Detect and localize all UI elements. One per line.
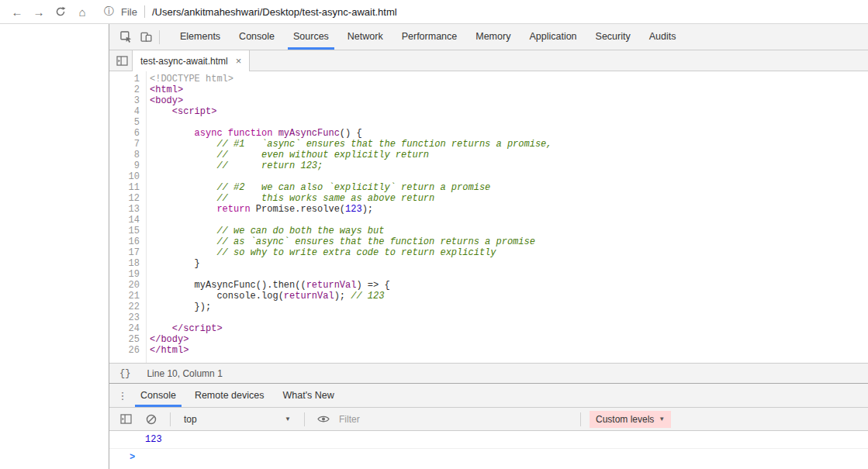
code-line[interactable]: 5 <box>109 117 868 128</box>
code-line[interactable]: 3<body> <box>109 95 868 106</box>
line-number[interactable]: 19 <box>109 269 146 280</box>
device-toolbar-icon <box>140 31 152 43</box>
code-lines: 1<!DOCTYPE html>2<html>3<body>4 <script>… <box>109 74 868 356</box>
live-expression-button[interactable] <box>313 409 334 429</box>
line-number[interactable]: 4 <box>109 106 146 117</box>
line-number[interactable]: 26 <box>109 345 146 356</box>
line-number[interactable]: 9 <box>109 160 146 171</box>
tab-elements[interactable]: Elements <box>171 24 230 50</box>
line-number[interactable]: 21 <box>109 291 146 302</box>
code-line[interactable]: 15 // we can do both the ways but <box>109 226 868 236</box>
tab-console[interactable]: Console <box>230 24 284 50</box>
code-line[interactable]: 1<!DOCTYPE html> <box>109 74 868 84</box>
line-number[interactable]: 24 <box>109 323 146 334</box>
tab-sources[interactable]: Sources <box>284 24 338 50</box>
console-message: 123 <box>109 431 868 449</box>
clear-console-icon <box>146 414 157 425</box>
code-line[interactable]: 20 myAsyncFunc().then((returnVal) => { <box>109 280 868 291</box>
code-line[interactable]: 8 // even without explicitly return <box>109 150 868 160</box>
console-sidebar-button[interactable] <box>116 409 136 429</box>
code-line[interactable]: 25</body> <box>109 334 868 345</box>
back-button[interactable]: ← <box>6 1 28 22</box>
code-line[interactable]: 10 <box>109 171 868 182</box>
code-line[interactable]: 19 <box>109 269 868 280</box>
code-editor[interactable]: 1<!DOCTYPE html>2<html>3<body>4 <script>… <box>109 71 868 363</box>
code-text: myAsyncFunc().then((returnVal) => { <box>146 280 390 291</box>
code-line[interactable]: 26</html> <box>109 345 868 356</box>
code-line[interactable]: 14 <box>109 215 868 226</box>
code-line[interactable]: 6 async function myAsyncFunc() { <box>109 128 868 139</box>
levels-label: Custom levels <box>596 414 654 425</box>
line-number[interactable]: 3 <box>109 95 146 106</box>
context-label: top <box>184 414 197 425</box>
toolbar-divider <box>304 412 305 426</box>
line-number[interactable]: 11 <box>109 182 146 193</box>
line-number[interactable]: 13 <box>109 204 146 215</box>
line-number[interactable]: 10 <box>109 171 146 182</box>
code-text: // #2 we can also `explicitly` return a … <box>146 182 490 193</box>
home-button[interactable]: ⌂ <box>71 1 93 22</box>
inspect-element-icon <box>120 31 132 43</box>
tab-memory[interactable]: Memory <box>466 24 520 50</box>
line-number[interactable]: 8 <box>109 150 146 160</box>
drawer-tab-console[interactable]: Console <box>131 384 185 407</box>
console-levels-filter[interactable]: Custom levels ▼ <box>590 411 671 428</box>
drawer-menu-icon[interactable]: ⋮ <box>114 390 131 402</box>
code-line[interactable]: 22 }); <box>109 302 868 312</box>
console-filter-input[interactable] <box>339 414 572 425</box>
console-prompt[interactable]: > <box>109 449 868 466</box>
code-line[interactable]: 13 return Promise.resolve(123); <box>109 204 868 215</box>
line-number[interactable]: 25 <box>109 334 146 345</box>
inspect-element-button[interactable] <box>116 27 136 47</box>
line-number[interactable]: 20 <box>109 280 146 291</box>
console-toolbar: top ▼ Custom levels ▼ <box>109 408 868 431</box>
code-text: console.log(returnVal); // 123 <box>146 291 384 302</box>
line-number[interactable]: 18 <box>109 258 146 269</box>
code-line[interactable]: 11 // #2 we can also `explicitly` return… <box>109 182 868 193</box>
code-line[interactable]: 21 console.log(returnVal); // 123 <box>109 291 868 302</box>
code-line[interactable]: 4 <script> <box>109 106 868 117</box>
line-number[interactable]: 6 <box>109 128 146 139</box>
navigator-toggle-button[interactable] <box>112 50 132 71</box>
line-number[interactable]: 15 <box>109 226 146 236</box>
code-line[interactable]: 2<html> <box>109 84 868 95</box>
line-number[interactable]: 16 <box>109 236 146 247</box>
address-bar[interactable]: ⓘ File /Users/ankitmaheshwari/Desktop/te… <box>93 0 862 23</box>
line-number[interactable]: 1 <box>109 74 146 84</box>
code-line[interactable]: 17 // so why to write extra code to retu… <box>109 247 868 258</box>
code-line[interactable]: 24 </script> <box>109 323 868 334</box>
line-number[interactable]: 5 <box>109 117 146 128</box>
file-tab[interactable]: test-async-await.html × <box>132 50 250 71</box>
code-line[interactable]: 18 } <box>109 258 868 269</box>
pretty-print-icon[interactable]: {} <box>116 368 134 379</box>
console-messages-list: 123 <box>109 431 868 449</box>
tab-security[interactable]: Security <box>586 24 640 50</box>
drawer-tab-what-s-new[interactable]: What's New <box>274 384 344 407</box>
console-context-select[interactable]: top ▼ <box>179 414 296 425</box>
reload-button[interactable] <box>50 1 71 22</box>
line-number[interactable]: 7 <box>109 139 146 150</box>
line-number[interactable]: 22 <box>109 302 146 312</box>
clear-console-button[interactable] <box>141 409 161 429</box>
line-number[interactable]: 23 <box>109 312 146 323</box>
drawer-tab-remote-devices[interactable]: Remote devices <box>185 384 274 407</box>
forward-icon: → <box>33 5 45 19</box>
tab-performance[interactable]: Performance <box>393 24 467 50</box>
line-number[interactable]: 2 <box>109 84 146 95</box>
forward-button[interactable]: → <box>28 1 50 22</box>
page-info-icon[interactable]: ⓘ <box>104 5 114 19</box>
code-text <box>146 215 150 226</box>
code-line[interactable]: 9 // return 123; <box>109 160 868 171</box>
code-line[interactable]: 7 // #1 `async` ensures that the functio… <box>109 139 868 150</box>
close-icon[interactable]: × <box>236 55 242 67</box>
code-line[interactable]: 23 <box>109 312 868 323</box>
code-line[interactable]: 12 // this works same as above return <box>109 193 868 204</box>
line-number[interactable]: 14 <box>109 215 146 226</box>
tab-audits[interactable]: Audits <box>640 24 686 50</box>
device-toolbar-button[interactable] <box>136 27 156 47</box>
tab-application[interactable]: Application <box>520 24 586 50</box>
code-line[interactable]: 16 // as `async` ensures that the functi… <box>109 236 868 247</box>
tab-network[interactable]: Network <box>338 24 393 50</box>
line-number[interactable]: 12 <box>109 193 146 204</box>
line-number[interactable]: 17 <box>109 247 146 258</box>
